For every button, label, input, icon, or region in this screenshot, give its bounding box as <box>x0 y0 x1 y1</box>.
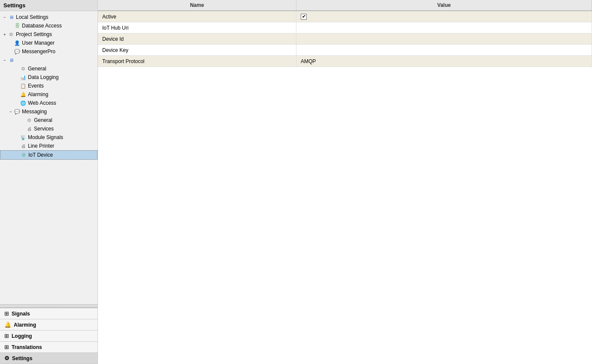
table-cell-name-active: Active <box>98 11 296 22</box>
tree-icon-messaging-general: ⚙ <box>26 117 33 124</box>
sidebar-tree: −🖥Local Settings🗄Database Access+⚙Projec… <box>0 11 98 304</box>
nav-item-signals[interactable]: ⊞Signals <box>0 308 98 319</box>
tree-label-module-signals: Module Signals <box>28 134 63 140</box>
tree-item-user-manager[interactable]: 👤User Manager <box>0 39 98 47</box>
tree-item-database-access[interactable]: 🗄Database Access <box>0 21 98 30</box>
nav-item-settings[interactable]: ⚙Settings <box>0 353 98 364</box>
tree-icon-messenger-pro: 💬 <box>14 48 21 55</box>
table-row-iot-hub-uri[interactable]: IoT Hub Uri <box>98 22 592 33</box>
tree-icon-module-signals: 📡 <box>20 134 27 141</box>
tree-item-events[interactable]: 📋Events <box>0 82 98 90</box>
tree-icon-device: 🖥 <box>8 57 15 64</box>
tree-icon-database-access: 🗄 <box>14 22 21 29</box>
tree-icon-web-access: 🌐 <box>20 100 27 106</box>
sidebar-splitter[interactable]: · · · · · · · · <box>0 304 98 308</box>
tree-label-services: Services <box>34 126 54 132</box>
nav-icon-alarming: 🔔 <box>4 322 11 328</box>
tree-item-project-settings[interactable]: +⚙Project Settings <box>0 30 98 39</box>
table-header: Name Value <box>98 0 592 11</box>
tree-item-device[interactable]: −🖥 <box>0 56 98 64</box>
tree-icon-events: 📋 <box>20 82 27 89</box>
tree-label-local-settings: Local Settings <box>16 14 48 20</box>
table-cell-name-device-key: Device Key <box>98 45 296 55</box>
tree-item-iot-device[interactable]: ⚙IoT Device <box>0 150 98 160</box>
tree-item-general[interactable]: ⚙General <box>0 64 98 73</box>
main-content: Name Value Active✔IoT Hub UriDevice IdDe… <box>98 0 592 364</box>
table-row-device-key[interactable]: Device Key <box>98 45 592 56</box>
tree-label-alarming: Alarming <box>28 91 48 97</box>
nav-item-logging[interactable]: ⊞Logging <box>0 331 98 342</box>
tree-item-web-access[interactable]: 🌐Web Access <box>0 99 98 107</box>
table-cell-name-transport-protocol: Transport Protocol <box>98 56 296 67</box>
sidebar-nav: ⊞Signals🔔Alarming⊞Logging⊞Translations⚙S… <box>0 308 98 364</box>
table-cell-value-active[interactable]: ✔ <box>296 11 592 22</box>
col-value-header: Value <box>296 0 592 10</box>
tree-icon-services: 🖨 <box>26 125 33 132</box>
nav-label-settings: Settings <box>12 355 32 361</box>
nav-item-translations[interactable]: ⊞Translations <box>0 342 98 353</box>
tree-item-alarming[interactable]: 🔔Alarming <box>0 90 98 99</box>
table-body: Active✔IoT Hub UriDevice IdDevice KeyTra… <box>98 11 592 364</box>
tree-label-iot-device: IoT Device <box>28 152 53 158</box>
table-row-device-id[interactable]: Device Id <box>98 33 592 45</box>
tree-item-module-signals[interactable]: 📡Module Signals <box>0 133 98 142</box>
tree-item-local-settings[interactable]: −🖥Local Settings <box>0 13 98 21</box>
col-name-header: Name <box>98 0 296 10</box>
nav-item-alarming[interactable]: 🔔Alarming <box>0 319 98 331</box>
tree-toggle-device[interactable]: − <box>2 58 8 63</box>
tree-icon-iot-device: ⚙ <box>20 152 27 158</box>
tree-toggle-project-settings[interactable]: + <box>2 32 8 37</box>
tree-label-web-access: Web Access <box>28 100 56 106</box>
tree-label-events: Events <box>28 83 44 89</box>
tree-label-user-manager: User Manager <box>22 40 55 46</box>
nav-icon-translations: ⊞ <box>4 344 9 350</box>
tree-icon-alarming: 🔔 <box>20 91 27 98</box>
nav-icon-logging: ⊞ <box>4 333 9 339</box>
nav-icon-settings: ⚙ <box>4 355 9 361</box>
tree-item-data-logging[interactable]: 📊Data Logging <box>0 73 98 82</box>
table-row-active[interactable]: Active✔ <box>98 11 592 22</box>
table-cell-name-iot-hub-uri: IoT Hub Uri <box>98 22 296 33</box>
tree-label-database-access: Database Access <box>22 23 62 29</box>
table-cell-value-iot-hub-uri <box>296 22 592 33</box>
table-cell-value-transport-protocol: AMQP <box>296 56 592 67</box>
checkbox-active[interactable]: ✔ <box>301 14 307 20</box>
tree-icon-general: ⚙ <box>20 65 27 72</box>
tree-label-data-logging: Data Logging <box>28 74 58 80</box>
tree-item-messaging-general[interactable]: ⚙General <box>0 116 98 124</box>
tree-item-messaging[interactable]: −💬Messaging <box>0 107 98 116</box>
nav-label-alarming: Alarming <box>14 322 36 328</box>
sidebar-title: Settings <box>0 0 98 11</box>
tree-item-messenger-pro[interactable]: 💬MessengerPro <box>0 47 98 56</box>
table-cell-value-device-id <box>296 33 592 44</box>
tree-label-line-printer: Line Printer <box>28 143 54 149</box>
table-cell-name-device-id: Device Id <box>98 33 296 44</box>
nav-label-logging: Logging <box>12 333 32 339</box>
tree-icon-messaging: 💬 <box>14 108 21 115</box>
tree-label-messaging: Messaging <box>22 109 47 115</box>
tree-icon-line-printer: 🖨 <box>20 143 27 149</box>
tree-label-project-settings: Project Settings <box>16 31 52 37</box>
tree-item-services[interactable]: 🖨Services <box>0 124 98 133</box>
nav-label-translations: Translations <box>12 344 42 350</box>
table-cell-value-device-key <box>296 45 592 55</box>
tree-icon-data-logging: 📊 <box>20 74 27 81</box>
app-container: Settings −🖥Local Settings🗄Database Acces… <box>0 0 592 364</box>
tree-toggle-messaging[interactable]: − <box>8 109 14 114</box>
tree-label-messenger-pro: MessengerPro <box>22 49 55 55</box>
tree-label-general: General <box>28 66 46 72</box>
table-row-transport-protocol[interactable]: Transport ProtocolAMQP <box>98 56 592 67</box>
tree-toggle-local-settings[interactable]: − <box>2 15 8 20</box>
tree-icon-local-settings: 🖥 <box>8 14 15 21</box>
tree-icon-user-manager: 👤 <box>14 39 21 46</box>
tree-icon-project-settings: ⚙ <box>8 31 15 38</box>
sidebar: Settings −🖥Local Settings🗄Database Acces… <box>0 0 98 364</box>
nav-icon-signals: ⊞ <box>4 310 9 317</box>
tree-label-messaging-general: General <box>34 117 52 123</box>
nav-label-signals: Signals <box>12 311 30 317</box>
tree-item-line-printer[interactable]: 🖨Line Printer <box>0 142 98 150</box>
